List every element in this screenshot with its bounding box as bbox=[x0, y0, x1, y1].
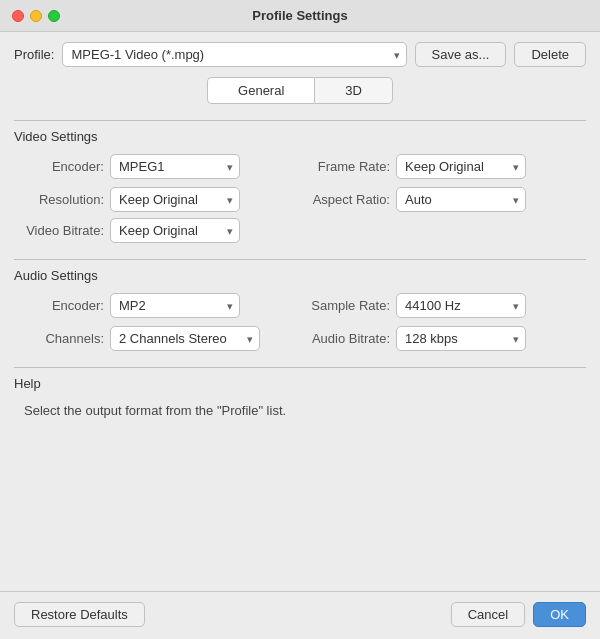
encoder-select-wrapper: MPEG1 MPEG2 bbox=[110, 154, 240, 179]
traffic-lights bbox=[12, 10, 60, 22]
delete-button[interactable]: Delete bbox=[514, 42, 586, 67]
profile-label: Profile: bbox=[14, 47, 54, 62]
audio-encoder-row: Encoder: MP2 MP3 AAC bbox=[24, 293, 290, 318]
audio-divider bbox=[14, 259, 586, 260]
audio-bitrate-label: Audio Bitrate: bbox=[310, 331, 390, 346]
video-settings-section: Video Settings Encoder: MPEG1 MPEG2 Fram… bbox=[14, 114, 586, 243]
profile-select-wrapper: MPEG-1 Video (*.mpg) MPEG-2 Video AVI MP… bbox=[62, 42, 406, 67]
tab-general[interactable]: General bbox=[207, 77, 314, 104]
sample-rate-select[interactable]: 44100 Hz 48000 Hz 22050 Hz bbox=[396, 293, 526, 318]
audio-encoder-label: Encoder: bbox=[24, 298, 104, 313]
audio-bitrate-select-wrapper: 128 kbps 192 kbps 256 kbps bbox=[396, 326, 526, 351]
resolution-label: Resolution: bbox=[24, 192, 104, 207]
video-settings-title: Video Settings bbox=[14, 129, 586, 144]
cancel-button[interactable]: Cancel bbox=[451, 602, 525, 627]
audio-settings-grid: Encoder: MP2 MP3 AAC Sample Rate: 44100 … bbox=[14, 293, 586, 351]
encoder-select[interactable]: MPEG1 MPEG2 bbox=[110, 154, 240, 179]
help-title: Help bbox=[14, 376, 586, 391]
encoder-row: Encoder: MPEG1 MPEG2 bbox=[24, 154, 290, 179]
channels-row: Channels: 2 Channels Stereo 1 Channel Mo… bbox=[24, 326, 290, 351]
audio-bitrate-select[interactable]: 128 kbps 192 kbps 256 kbps bbox=[396, 326, 526, 351]
video-bitrate-label: Video Bitrate: bbox=[24, 223, 104, 238]
resolution-select-wrapper: Keep Original 720x480 1280x720 bbox=[110, 187, 240, 212]
aspect-ratio-label: Aspect Ratio: bbox=[310, 192, 390, 207]
video-bitrate-select-wrapper: Keep Original 1000 kbps 2000 kbps bbox=[110, 218, 240, 243]
audio-encoder-select-wrapper: MP2 MP3 AAC bbox=[110, 293, 240, 318]
help-section: Help Select the output format from the "… bbox=[14, 361, 586, 421]
aspect-ratio-row: Aspect Ratio: Auto 4:3 16:9 bbox=[310, 187, 576, 212]
resolution-row: Resolution: Keep Original 720x480 1280x7… bbox=[24, 187, 290, 212]
video-bitrate-row: Video Bitrate: Keep Original 1000 kbps 2… bbox=[14, 218, 586, 243]
video-settings-grid: Encoder: MPEG1 MPEG2 Frame Rate: Keep Or… bbox=[14, 154, 586, 212]
frame-rate-label: Frame Rate: bbox=[310, 159, 390, 174]
window-title: Profile Settings bbox=[252, 8, 347, 23]
help-text: Select the output format from the "Profi… bbox=[14, 401, 586, 421]
tab-3d[interactable]: 3D bbox=[314, 77, 393, 104]
sample-rate-row: Sample Rate: 44100 Hz 48000 Hz 22050 Hz bbox=[310, 293, 576, 318]
frame-rate-select-wrapper: Keep Original 24 fps 30 fps bbox=[396, 154, 526, 179]
title-bar: Profile Settings bbox=[0, 0, 600, 32]
audio-settings-title: Audio Settings bbox=[14, 268, 586, 283]
maximize-button[interactable] bbox=[48, 10, 60, 22]
footer: Restore Defaults Cancel OK bbox=[0, 591, 600, 639]
tabs-row: General 3D bbox=[14, 77, 586, 104]
sample-rate-label: Sample Rate: bbox=[310, 298, 390, 313]
channels-select[interactable]: 2 Channels Stereo 1 Channel Mono bbox=[110, 326, 260, 351]
footer-right-buttons: Cancel OK bbox=[451, 602, 586, 627]
audio-bitrate-row: Audio Bitrate: 128 kbps 192 kbps 256 kbp… bbox=[310, 326, 576, 351]
ok-button[interactable]: OK bbox=[533, 602, 586, 627]
save-as-button[interactable]: Save as... bbox=[415, 42, 507, 67]
profile-select-container: MPEG-1 Video (*.mpg) MPEG-2 Video AVI MP… bbox=[62, 42, 406, 67]
audio-encoder-select[interactable]: MP2 MP3 AAC bbox=[110, 293, 240, 318]
frame-rate-row: Frame Rate: Keep Original 24 fps 30 fps bbox=[310, 154, 576, 179]
minimize-button[interactable] bbox=[30, 10, 42, 22]
main-content: Profile: MPEG-1 Video (*.mpg) MPEG-2 Vid… bbox=[0, 32, 600, 591]
audio-settings-section: Audio Settings Encoder: MP2 MP3 AAC Samp… bbox=[14, 253, 586, 351]
profile-row: Profile: MPEG-1 Video (*.mpg) MPEG-2 Vid… bbox=[14, 42, 586, 67]
close-button[interactable] bbox=[12, 10, 24, 22]
aspect-ratio-select-wrapper: Auto 4:3 16:9 bbox=[396, 187, 526, 212]
channels-select-wrapper: 2 Channels Stereo 1 Channel Mono bbox=[110, 326, 260, 351]
restore-defaults-button[interactable]: Restore Defaults bbox=[14, 602, 145, 627]
sample-rate-select-wrapper: 44100 Hz 48000 Hz 22050 Hz bbox=[396, 293, 526, 318]
encoder-label: Encoder: bbox=[24, 159, 104, 174]
video-bitrate-select[interactable]: Keep Original 1000 kbps 2000 kbps bbox=[110, 218, 240, 243]
frame-rate-select[interactable]: Keep Original 24 fps 30 fps bbox=[396, 154, 526, 179]
channels-label: Channels: bbox=[24, 331, 104, 346]
video-divider bbox=[14, 120, 586, 121]
help-divider bbox=[14, 367, 586, 368]
resolution-select[interactable]: Keep Original 720x480 1280x720 bbox=[110, 187, 240, 212]
aspect-ratio-select[interactable]: Auto 4:3 16:9 bbox=[396, 187, 526, 212]
profile-select[interactable]: MPEG-1 Video (*.mpg) MPEG-2 Video AVI MP… bbox=[62, 42, 406, 67]
